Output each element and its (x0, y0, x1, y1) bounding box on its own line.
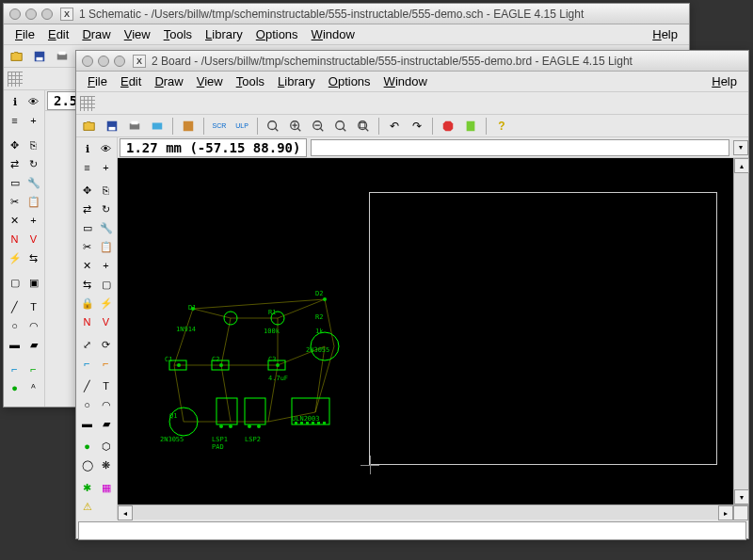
copy-tool[interactable]: ⎘ (97, 181, 116, 200)
layers-tool[interactable]: ≡ (6, 111, 24, 130)
name-tool[interactable]: N (78, 312, 97, 331)
pinswap-tool[interactable]: ⇆ (78, 275, 97, 294)
group-tool[interactable]: ▭ (78, 218, 97, 237)
change-tool[interactable]: 🔧 (97, 218, 116, 237)
cut-tool[interactable]: ✂ (78, 237, 97, 256)
scroll-left-button[interactable]: ◂ (118, 505, 133, 520)
minimize-button[interactable] (98, 56, 109, 67)
zoom-in-button[interactable] (286, 117, 305, 136)
status-bar[interactable] (78, 521, 746, 540)
eye-tool[interactable]: 👁 (24, 92, 43, 111)
signal-tool[interactable]: ⬡ (97, 437, 116, 456)
erc-tool[interactable]: ⚠ (78, 497, 97, 516)
mark-tool[interactable]: + (24, 111, 43, 130)
menu-options[interactable]: Options (250, 25, 304, 43)
drc-tool[interactable] (97, 497, 116, 516)
scroll-right-button[interactable]: ▸ (718, 505, 733, 520)
smash-tool[interactable]: ⚡ (6, 248, 24, 267)
open-button[interactable] (80, 117, 99, 136)
menu-file[interactable]: File (82, 72, 113, 90)
save-button[interactable] (30, 47, 49, 66)
zoom-redraw-button[interactable] (331, 117, 350, 136)
menu-window[interactable]: Window (306, 25, 360, 43)
menu-file[interactable]: File (9, 25, 40, 43)
zoom-fit-button[interactable] (264, 117, 282, 136)
junction-tool[interactable]: ● (6, 378, 24, 397)
show-tool[interactable]: 👁 (97, 139, 116, 158)
menu-view[interactable]: View (119, 25, 156, 43)
auto-tool[interactable]: ▦ (97, 478, 116, 497)
zoom-button[interactable] (114, 56, 125, 67)
zoom-select-button[interactable] (354, 117, 373, 136)
wire-tool[interactable]: ╱ (78, 376, 97, 395)
print-button[interactable] (125, 117, 144, 136)
menu-draw[interactable]: Draw (76, 25, 116, 43)
redo-button[interactable]: ↷ (408, 117, 426, 136)
group-tool[interactable]: ▭ (6, 173, 24, 192)
zoom-button[interactable] (41, 8, 53, 20)
delete-tool[interactable]: ✕ (78, 256, 97, 275)
menu-tools[interactable]: Tools (158, 25, 198, 43)
ulp-button[interactable]: ULP (232, 117, 251, 136)
rotate-tool[interactable]: ↻ (24, 154, 43, 173)
value-tool[interactable]: V (24, 230, 43, 248)
mirror-tool[interactable]: ⇄ (78, 200, 97, 218)
bus-tool[interactable]: ⌐ (6, 360, 24, 378)
menu-tools[interactable]: Tools (231, 72, 270, 90)
layers-tool[interactable]: ≡ (78, 158, 97, 177)
value-tool[interactable]: V (97, 312, 116, 331)
menu-window[interactable]: Window (378, 72, 433, 90)
add-tool[interactable]: + (97, 256, 116, 275)
paste-tool[interactable]: 📋 (97, 237, 116, 256)
save-button[interactable] (103, 117, 121, 136)
net-tool[interactable]: ⌐ (24, 360, 43, 378)
scr-button[interactable]: SCR (210, 117, 229, 136)
optimize-tool[interactable]: ⟳ (97, 335, 116, 354)
wire-tool[interactable]: ╱ (6, 297, 24, 316)
help-button[interactable]: ? (492, 117, 511, 136)
titlebar[interactable]: X 1 Schematic - /Users/billw/tmp/schemin… (4, 4, 689, 24)
command-input[interactable] (311, 139, 729, 156)
info-tool[interactable]: ℹ (78, 139, 97, 158)
route-tool[interactable]: ⌐ (78, 354, 97, 373)
grid-icon[interactable] (80, 96, 95, 111)
lock-tool[interactable]: 🔒 (78, 294, 97, 312)
rect-tool[interactable]: ▬ (6, 335, 24, 354)
close-button[interactable] (82, 56, 93, 67)
scroll-track[interactable] (734, 173, 748, 489)
label-tool[interactable]: ᴬ (24, 378, 43, 397)
split-tool[interactable]: ⤢ (78, 335, 97, 354)
delete-tool[interactable]: ✕ (6, 211, 24, 230)
pinswap-tool[interactable]: ⇆ (24, 248, 43, 267)
menu-help[interactable]: Help (706, 72, 743, 90)
scroll-track[interactable] (133, 505, 718, 520)
schematic-button[interactable] (179, 117, 198, 136)
scroll-up-button[interactable]: ▴ (734, 158, 749, 173)
attr-tool[interactable]: ❋ (97, 456, 116, 474)
minimize-button[interactable] (25, 8, 37, 20)
poly-tool[interactable]: ▰ (24, 335, 43, 354)
move-tool[interactable]: ✥ (6, 136, 24, 154)
arc-tool[interactable]: ◠ (97, 395, 116, 414)
info-tool[interactable]: ℹ (6, 92, 24, 111)
circle-tool[interactable]: ○ (78, 395, 97, 414)
gate-tool[interactable]: ▣ (24, 273, 43, 292)
menu-library[interactable]: Library (272, 72, 321, 90)
replace-tool[interactable]: ▢ (97, 275, 116, 294)
mirror-tool[interactable]: ⇄ (6, 154, 24, 173)
text-tool[interactable]: T (97, 376, 116, 395)
paste-tool[interactable]: 📋 (24, 192, 43, 211)
mark-tool[interactable]: + (97, 158, 116, 177)
grid-icon[interactable] (8, 72, 23, 87)
change-tool[interactable]: 🔧 (24, 173, 43, 192)
menu-options[interactable]: Options (323, 72, 376, 90)
zoom-out-button[interactable] (309, 117, 328, 136)
name-tool[interactable]: N (6, 230, 24, 248)
menu-view[interactable]: View (191, 72, 229, 90)
arc-tool[interactable]: ◠ (24, 316, 43, 335)
scrollbar-vertical[interactable]: ▴ ▾ (733, 158, 748, 504)
scroll-down-button[interactable]: ▾ (734, 489, 749, 504)
circle-tool[interactable]: ○ (6, 316, 24, 335)
undo-button[interactable]: ↶ (385, 117, 404, 136)
ripup-tool[interactable]: ⌐ (97, 354, 116, 373)
